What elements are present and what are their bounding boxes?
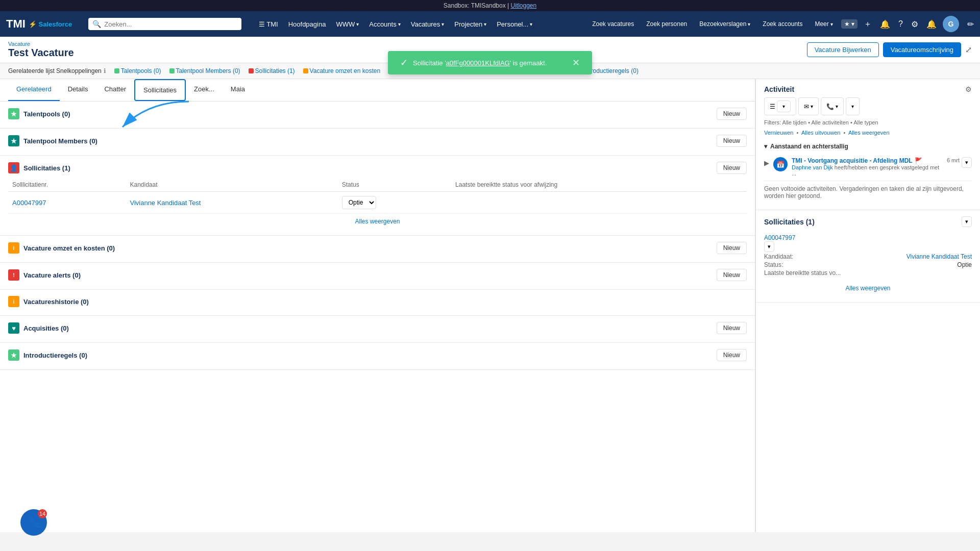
- activity-header: Activiteit ⚙: [764, 85, 972, 93]
- list-icon: ☰: [770, 103, 775, 110]
- kandidaat-link[interactable]: Vivianne Kandidaat Test: [130, 199, 201, 207]
- nav-item-meer[interactable]: Meer ▾: [811, 11, 837, 37]
- nav-item-bezoekverslagen[interactable]: Bezoekverslagen ▾: [695, 11, 754, 37]
- logout-link[interactable]: Uitloggen: [510, 2, 536, 9]
- nav-item-zoek-vacatures[interactable]: Zoek vacatures: [588, 11, 638, 37]
- section-acquisities-header: ♥ Acquisities (0) Nieuw: [8, 322, 747, 334]
- nav-item-zoek-accounts[interactable]: Zoek accounts: [758, 11, 806, 37]
- help-icon[interactable]: ?: [896, 17, 905, 31]
- tab-sollicitaties[interactable]: Sollicitaties: [134, 79, 186, 101]
- activity-call-button[interactable]: 📞 ▾: [821, 97, 844, 115]
- gear-icon[interactable]: ⚙: [909, 17, 920, 31]
- quick-link-vacature-omzet[interactable]: Vacature omzet en kosten: [303, 67, 381, 74]
- section-talentpools: ★ Talentpools (0) Nieuw: [0, 102, 755, 129]
- nav-item-accounts[interactable]: Accounts ▾: [364, 11, 405, 37]
- nav-item-personel[interactable]: Personel... ▾: [492, 11, 537, 37]
- page-title: Test Vacature: [8, 47, 74, 59]
- vacatureomschrijving-button[interactable]: Vacatureomschrijving: [883, 42, 961, 57]
- nav-item-tmi[interactable]: ☰ TMI: [254, 11, 283, 37]
- acquisities-new-button[interactable]: Nieuw: [717, 322, 747, 334]
- tab-zoek[interactable]: Zoek...: [186, 79, 223, 101]
- activity-icon-symbol: 📅: [776, 161, 785, 168]
- nav-item-www[interactable]: WWW ▾: [331, 11, 364, 37]
- soll-kandidaat-row: Kandidaat: Vivianne Kandidaat Test: [764, 253, 972, 260]
- help-circle-icon[interactable]: ℹ: [104, 67, 106, 74]
- vernieuwen-link[interactable]: Vernieuwen: [764, 130, 794, 136]
- soll-item-dropdown[interactable]: ▾: [764, 241, 774, 252]
- breadcrumb[interactable]: Vacature: [8, 41, 74, 47]
- nav-bar: TMI ⚡ Salesforce 🔍 ☰ TMI Hoofdpagina WWW…: [0, 11, 980, 37]
- daphne-link[interactable]: Daphne van Dijk: [792, 164, 833, 170]
- activity-item-dropdown[interactable]: ▾: [962, 157, 972, 168]
- nav-items: ☰ TMI Hoofdpagina WWW ▾ Accounts ▾ Vacat…: [254, 11, 584, 37]
- sollicitaties-table: Solllicitatienr. Kandidaat Status Laatst…: [8, 178, 747, 214]
- introductieregels-new-button[interactable]: Nieuw: [717, 349, 747, 361]
- activity-group-aanstaand[interactable]: ▾ Aanstaand en achterstallig: [764, 140, 972, 153]
- vacature-omzet-new-button[interactable]: Nieuw: [717, 242, 747, 254]
- soll-item-actions: ▾: [764, 241, 972, 252]
- vacature-bijwerken-button[interactable]: Vacature Bijwerken: [807, 42, 879, 57]
- section-vacatureshistorie-title: i Vacatureshistorie (0): [8, 296, 89, 307]
- sollicitatie-nr-link[interactable]: A00047997: [12, 199, 46, 207]
- col-kandidaat: Kandidaat: [126, 178, 337, 192]
- section-vacature-alerts-header: ! Vacature alerts (0) Nieuw: [8, 269, 747, 281]
- expand-icon[interactable]: ⤢: [965, 45, 972, 55]
- user-avatar[interactable]: G: [943, 16, 959, 32]
- vacature-omzet-icon: i: [8, 242, 19, 254]
- quick-link-talentpools[interactable]: Talentpools (0): [114, 67, 161, 74]
- talentpools-icon: ★: [8, 108, 19, 119]
- nav-favorites[interactable]: ★ ▾: [841, 19, 857, 29]
- toast-link[interactable]: a0fFg000001KLfdlAG: [446, 59, 510, 67]
- add-icon[interactable]: ＋: [862, 17, 874, 32]
- alles-weergeven-activity-link[interactable]: Alles weergeven: [848, 130, 890, 136]
- tab-chatter[interactable]: Chatter: [96, 79, 134, 101]
- pencil-icon[interactable]: ✏: [967, 19, 974, 29]
- tab-details[interactable]: Details: [60, 79, 96, 101]
- search-input[interactable]: [104, 20, 237, 28]
- search-box[interactable]: 🔍: [88, 18, 241, 30]
- toast-content: ✓ Sollicitatie 'a0fFg000001KLfdlAG' is g…: [400, 57, 547, 68]
- soll-nr-link[interactable]: A00047997: [764, 234, 795, 241]
- soll-kandidaat-value[interactable]: Vivianne Kandidaat Test: [906, 253, 972, 260]
- toast-notification: ✓ Sollicitatie 'a0fFg000001KLfdlAG' is g…: [388, 51, 592, 74]
- talentpools-new-button[interactable]: Nieuw: [717, 108, 747, 120]
- activity-filters: Filters: Alle tijden • Alle activiteiten…: [764, 119, 972, 126]
- trailhead-button[interactable]: 🐾 14: [20, 509, 47, 532]
- activity-item-sub: Daphne van Dijk heeft/hebben een gesprek…: [792, 164, 943, 177]
- status-select[interactable]: Optie: [342, 196, 376, 209]
- tab-maia[interactable]: Maia: [223, 79, 253, 101]
- no-activity-text: Geen voltooide activiteiten. Vergadering…: [764, 181, 972, 204]
- alles-weergeven-link[interactable]: Alles weergeven: [8, 214, 747, 229]
- quick-link-sollicitaties[interactable]: Sollicitaties (1): [249, 67, 295, 74]
- vacature-alerts-new-button[interactable]: Nieuw: [717, 269, 747, 281]
- sollicitaties-panel-dropdown[interactable]: ▾: [962, 216, 972, 227]
- activity-email-type-button[interactable]: ☰ ▾: [764, 97, 796, 115]
- tmi-label: TMI: [6, 17, 26, 31]
- nav-item-hoofdpagina[interactable]: Hoofdpagina: [283, 11, 331, 37]
- activity-expand-icon[interactable]: ▶: [764, 157, 769, 177]
- activity-email-button[interactable]: ✉ ▾: [798, 97, 819, 115]
- settings-icon[interactable]: 🔔: [924, 17, 939, 31]
- sandbox-text: Sandbox: TMISandbox |: [444, 2, 511, 9]
- activity-item-content: TMI - Voortgang acquisitie - Afdeling MD…: [792, 157, 943, 177]
- activity-more-button[interactable]: ▾: [846, 97, 860, 115]
- toast-close-button[interactable]: ✕: [572, 57, 580, 68]
- nav-item-projecten[interactable]: Projecten ▾: [449, 11, 492, 37]
- alles-uitvouwen-link[interactable]: Alles uitvouwen: [801, 130, 840, 136]
- nav-item-vacatures[interactable]: Vacatures ▾: [406, 11, 450, 37]
- soll-laatste-row: Laatste bereiktte status vo...: [764, 269, 972, 277]
- activity-item: ▶ 📅 TMI - Voortgang acquisitie - Afdelin…: [764, 153, 972, 181]
- activity-item-title[interactable]: TMI - Voortgang acquisitie - Afdeling MD…: [792, 157, 943, 164]
- tab-gerelateerd[interactable]: Gerelateerd: [8, 79, 60, 101]
- sollicitaties-new-button[interactable]: Nieuw: [717, 162, 747, 174]
- section-acquisities: ♥ Acquisities (0) Nieuw: [0, 316, 755, 343]
- talentpool-members-icon: ★: [8, 135, 19, 146]
- quick-link-talentpool-members[interactable]: Talentpool Members (0): [169, 67, 240, 74]
- introductieregels-icon: ★: [8, 349, 19, 361]
- nav-item-zoek-personen[interactable]: Zoek personen: [642, 11, 691, 37]
- heart-circle-icon[interactable]: 🐾 14: [20, 509, 47, 532]
- talentpool-members-new-button[interactable]: Nieuw: [717, 135, 747, 147]
- bell-icon[interactable]: 🔔: [878, 17, 892, 31]
- soll-alles-weergeven[interactable]: Alles weergeven: [764, 281, 972, 296]
- activity-settings-icon[interactable]: ⚙: [965, 85, 972, 93]
